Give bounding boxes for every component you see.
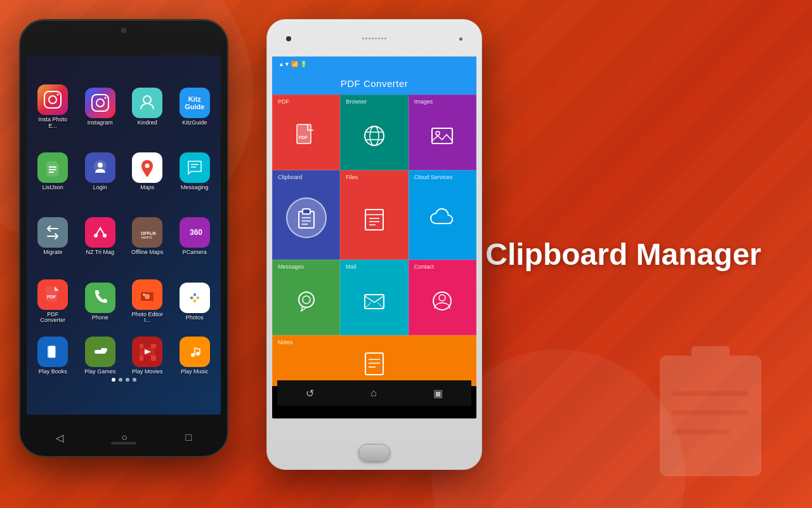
pdf-cell-pdf[interactable]: PDF PDF <box>272 95 340 170</box>
app-icon-listjson <box>37 152 68 183</box>
app-label-play-music: Play Music <box>181 369 209 375</box>
app-label-login: Login <box>93 185 107 191</box>
app-label-play-books: Play Books <box>39 369 67 375</box>
svg-rect-72 <box>365 295 384 309</box>
app-phone[interactable]: Phone <box>79 272 122 331</box>
nexus-camera <box>121 28 126 33</box>
app-pdf-converter[interactable]: PDF PDF Converter <box>32 272 74 331</box>
pdf-cell-images[interactable]: Images <box>409 95 476 170</box>
pdf-cell-notes[interactable]: Notes <box>272 335 476 386</box>
app-icon-play-books <box>37 337 68 367</box>
pdf-label-clipboard: Clipboard <box>278 174 303 180</box>
app-label-insta-photo: Insta Photo E... <box>34 117 71 130</box>
app-pcamera[interactable]: 360 PCamera <box>174 207 216 267</box>
app-label-messaging: Messaging <box>181 185 209 191</box>
nexus-recents-button[interactable]: □ <box>186 432 192 443</box>
samsung-recents-button[interactable]: ▣ <box>433 387 443 399</box>
app-label-migrate: Migrate <box>43 250 62 256</box>
svg-rect-62 <box>303 209 310 214</box>
svg-point-21 <box>103 234 107 237</box>
app-kitzguide[interactable]: KitzGuide KitzGuide <box>174 77 216 137</box>
app-maps[interactable]: Maps <box>126 142 169 201</box>
app-offline-maps[interactable]: OFFLINEMAPS Offline Maps <box>126 207 169 267</box>
svg-rect-0 <box>660 356 761 476</box>
app-label-play-movies: Play Movies <box>132 369 163 375</box>
nexus-body: ▲▼ 📶 🔋 6:09 Insta Photo E... <box>19 19 228 457</box>
app-kindred[interactable]: Kindred <box>126 77 169 137</box>
app-icon-migrate <box>37 217 68 248</box>
svg-rect-48 <box>151 356 156 361</box>
app-label-instagram: Instagram <box>88 120 113 126</box>
svg-rect-36 <box>49 346 55 358</box>
pdf-cell-files[interactable]: Files <box>340 170 408 260</box>
svg-point-31 <box>145 294 150 299</box>
samsung-top-bezel <box>267 20 481 58</box>
samsung-home-button[interactable]: ⌂ <box>370 387 377 399</box>
svg-point-55 <box>365 126 384 145</box>
app-messaging[interactable]: Messaging <box>174 142 216 201</box>
app-migrate[interactable]: Migrate <box>32 207 74 267</box>
svg-point-15 <box>98 163 103 168</box>
svg-rect-75 <box>365 353 383 375</box>
app-login[interactable]: Login <box>79 142 122 201</box>
app-icon-messaging <box>180 152 210 183</box>
pdf-cell-browser[interactable]: Browser <box>340 95 408 170</box>
pdf-cell-clipboard[interactable]: Clipboard <box>272 170 340 260</box>
pdf-label-pdf: PDF <box>278 98 289 105</box>
app-icon-nz-tri-mag <box>85 217 115 248</box>
svg-rect-66 <box>365 210 383 230</box>
pdf-cell-messages[interactable]: Messages <box>272 260 340 335</box>
pdf-cell-mail[interactable]: Mail <box>340 260 408 335</box>
pdf-label-mail: Mail <box>346 264 357 270</box>
svg-rect-1 <box>691 346 730 365</box>
app-play-movies[interactable]: Play Movies <box>126 337 169 375</box>
app-insta-photo[interactable]: Insta Photo E... <box>32 77 74 137</box>
clipboard-active-circle <box>286 197 327 238</box>
nexus-bottom-nav: ◁ ○ □ <box>27 424 221 451</box>
pdf-cell-cloud[interactable]: Cloud Services <box>409 170 476 260</box>
svg-point-9 <box>96 99 104 107</box>
svg-point-32 <box>143 293 145 295</box>
files-icon <box>362 206 387 231</box>
app-icon-photo-editor <box>132 279 162 310</box>
app-icon-kindred <box>132 88 162 118</box>
svg-text:MAPS: MAPS <box>141 236 152 239</box>
app-label-nz-tri-mag: NZ Tri Mag <box>86 250 114 256</box>
bg-clipboard-watermark <box>647 343 774 483</box>
app-photos[interactable]: Photos <box>174 272 216 331</box>
app-label-photos: Photos <box>186 315 204 321</box>
dot-3 <box>126 378 129 382</box>
svg-point-51 <box>196 352 200 356</box>
app-icon-pcamera: 360 <box>180 217 210 248</box>
notes-icon <box>362 351 387 376</box>
svg-rect-59 <box>432 128 452 144</box>
images-icon <box>429 123 455 149</box>
app-icon-play-music <box>180 337 210 367</box>
app-photo-editor[interactable]: Photo Editor I... <box>126 272 169 331</box>
svg-text:OFFLINE: OFFLINE <box>141 231 156 236</box>
app-nz-tri-mag[interactable]: NZ Tri Mag <box>79 207 122 267</box>
svg-rect-46 <box>151 344 156 348</box>
svg-point-50 <box>191 353 195 357</box>
app-instagram[interactable]: Instagram <box>79 77 122 137</box>
samsung-front-camera <box>286 36 291 41</box>
app-icon-play-movies <box>132 337 162 367</box>
svg-point-71 <box>303 296 310 304</box>
app-label-play-games: Play Games <box>84 369 115 375</box>
samsung-physical-home[interactable] <box>358 444 390 462</box>
samsung-back-button[interactable]: ↺ <box>306 387 314 399</box>
app-icon-instagram <box>85 88 115 118</box>
samsung-app-title: PDF Converter <box>341 78 409 89</box>
nexus-back-button[interactable]: ◁ <box>56 432 63 444</box>
pdf-cell-contact[interactable]: Contact <box>409 260 476 335</box>
svg-point-33 <box>193 296 197 300</box>
app-play-games[interactable]: Play Games <box>79 337 122 375</box>
pdf-label-messages: Messages <box>278 264 304 270</box>
app-play-books[interactable]: Play Books <box>32 337 74 375</box>
pdf-label-notes: Notes <box>278 339 293 345</box>
app-play-music[interactable]: Play Music <box>174 337 216 375</box>
samsung-status-icons: ▲▼ 📶 🔋 <box>278 61 307 67</box>
app-label-listjson: ListJson <box>43 185 63 191</box>
app-icon-offline-maps: OFFLINEMAPS <box>132 217 162 248</box>
app-listjson[interactable]: ListJson <box>32 142 74 201</box>
